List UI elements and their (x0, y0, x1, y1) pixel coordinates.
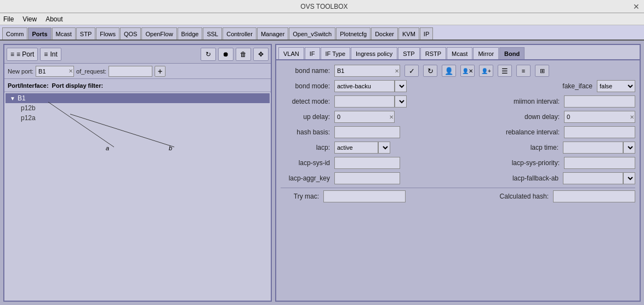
refresh-bond-button[interactable]: ↻ (423, 65, 437, 77)
menu-about[interactable]: About (45, 15, 62, 23)
lacp-label: lacp: (281, 144, 330, 151)
tab-bond[interactable]: Bond (499, 47, 525, 59)
fake-iface-select[interactable]: false true (597, 80, 635, 92)
lacp-input[interactable] (334, 142, 378, 154)
menu-file[interactable]: File (3, 15, 14, 23)
tab-vlan[interactable]: VLAN (278, 47, 304, 59)
close-button[interactable]: ✕ (633, 2, 640, 11)
rebalance-interval-input[interactable] (564, 126, 635, 138)
record-icon: ⏺ (223, 50, 229, 58)
bond-name-clear-icon[interactable]: ✕ (395, 68, 399, 74)
up-delay-clear-icon[interactable]: ✕ (389, 114, 394, 120)
tab-rstp[interactable]: RSTP (420, 47, 446, 59)
lacp-syspriority-input[interactable] (564, 157, 635, 169)
miimon-interval-input[interactable] (564, 95, 635, 108)
lacp-sysid-input[interactable] (334, 157, 400, 169)
port-item-p12a[interactable]: p12a (5, 113, 270, 123)
delete-button[interactable]: 🗑 (236, 48, 251, 61)
tab-ingress-policy[interactable]: Ingress policy (351, 47, 397, 59)
bond-name-input[interactable] (334, 65, 400, 77)
try-mac-input[interactable] (323, 190, 406, 202)
down-delay-clear-icon[interactable]: ✕ (630, 114, 634, 120)
int-menu-icon: ≡ (44, 50, 48, 58)
tab-if-type[interactable]: IF Type (321, 47, 350, 59)
tab-manager[interactable]: Manager (257, 27, 288, 39)
bond-mode-input[interactable] (334, 80, 395, 92)
of-request-input[interactable] (109, 66, 152, 77)
tab-comm[interactable]: Comm (2, 27, 27, 39)
detect-mode-select[interactable]: ▼ (395, 95, 407, 108)
tab-mcast[interactable]: Mcast (447, 47, 472, 59)
down-delay-input[interactable] (564, 111, 635, 123)
tab-stp[interactable]: STP (76, 27, 95, 39)
add-port-button[interactable]: + (155, 66, 166, 77)
new-port-clear-icon[interactable]: ✕ (69, 68, 73, 74)
calculated-hash-input[interactable] (553, 190, 635, 202)
user-add-button[interactable]: 👤+ (479, 65, 493, 77)
annotation-a: a (106, 144, 109, 152)
try-mac-label: Try mac: (281, 193, 319, 200)
detect-mode-input[interactable] (334, 95, 395, 108)
new-port-row: New port: ✕ of_request: + (4, 64, 271, 79)
apply-button[interactable]: ✓ (404, 65, 419, 77)
app-title: OVS TOOLBOX (15, 3, 633, 10)
up-delay-row: up delay: ✕ down delay: ✕ (281, 111, 635, 123)
lacp-time-input[interactable] (563, 142, 623, 154)
annotation-svg (4, 92, 271, 301)
tab-kvm[interactable]: KVM (398, 27, 419, 39)
up-delay-input[interactable] (334, 111, 395, 123)
bond-mode-select[interactable]: ▼ (395, 80, 407, 92)
tab-open-vswitch[interactable]: Open_vSwitch (289, 27, 335, 39)
lacp-aggrkey-row: lacp-aggr_key lacp-fallback-ab ▼ (281, 172, 635, 184)
lacp-select[interactable]: ▼ (378, 142, 390, 154)
tab-ip[interactable]: IP (420, 27, 433, 39)
move-icon: ✥ (258, 50, 264, 58)
expand-icon: ▼ (10, 95, 15, 101)
list1-button[interactable]: ☰ (498, 65, 512, 77)
form-divider (281, 188, 635, 188)
list2-button[interactable]: ≡ (516, 65, 531, 77)
refresh-button[interactable]: ↻ (201, 48, 216, 61)
tab-flows[interactable]: Flows (96, 27, 119, 39)
hash-basis-label: hash basis: (281, 128, 330, 136)
tab-openflow[interactable]: OpenFlow (141, 27, 176, 39)
lacp-fallbackab-input[interactable] (563, 172, 623, 184)
lacp-time-select[interactable]: ▼ (623, 142, 635, 154)
bond-name-row: bond name: ✕ ✓ ↻ 👤 👤✕ 👤+ ☰ ≡ ⊞ (281, 65, 635, 77)
hash-basis-input[interactable] (334, 126, 400, 138)
down-delay-label: down delay: (510, 113, 560, 121)
tab-controller[interactable]: Controller (223, 27, 257, 39)
port-item-p12b[interactable]: p12b (5, 103, 270, 113)
lacp-fallbackab-select[interactable]: ▼ (623, 172, 635, 184)
hash-basis-row: hash basis: rebalance interval: (281, 126, 635, 138)
port-item-b1[interactable]: ▼ B1 (5, 93, 270, 103)
delete-icon: 🗑 (240, 50, 247, 58)
tab-if[interactable]: IF (305, 47, 320, 59)
move-button[interactable]: ✥ (253, 48, 269, 61)
of-request-input-container (109, 66, 152, 77)
tab-mirror[interactable]: Mirror (473, 47, 499, 59)
lacp-sysid-label: lacp-sys-id (281, 159, 330, 167)
right-tab-bar: VLAN IF IF Type Ingress policy STP RSTP … (276, 45, 640, 60)
right-panel: VLAN IF IF Type Ingress policy STP RSTP … (275, 44, 641, 302)
new-port-label: New port: (8, 68, 33, 75)
int-button[interactable]: ≡ Int (40, 48, 61, 61)
list3-button[interactable]: ⊞ (535, 65, 549, 77)
tab-bridge[interactable]: Bridge (178, 27, 203, 39)
of-request-label: of_request: (76, 68, 106, 75)
tab-docker[interactable]: Docker (371, 27, 398, 39)
left-panel: ≡ ≡ Port ≡ Int ↻ ⏺ 🗑 ✥ New port: (3, 44, 272, 302)
user-remove-button[interactable]: 👤✕ (460, 65, 475, 77)
tab-ssl[interactable]: SSL (203, 27, 222, 39)
main-content: ≡ ≡ Port ≡ Int ↻ ⏺ 🗑 ✥ New port: (0, 41, 644, 305)
lacp-aggrkey-input[interactable] (334, 172, 400, 184)
tab-mcast[interactable]: Mcast (52, 27, 76, 39)
tab-ports[interactable]: Ports (28, 27, 51, 39)
record-button[interactable]: ⏺ (218, 48, 233, 61)
user-button[interactable]: 👤 (442, 65, 456, 77)
tab-plotnetcfg[interactable]: Plotnetcfg (336, 27, 371, 39)
menu-view[interactable]: View (22, 15, 37, 23)
tab-qos[interactable]: QOS (120, 27, 141, 39)
port-button[interactable]: ≡ ≡ Port (7, 48, 38, 61)
tab-stp[interactable]: STP (398, 47, 419, 59)
